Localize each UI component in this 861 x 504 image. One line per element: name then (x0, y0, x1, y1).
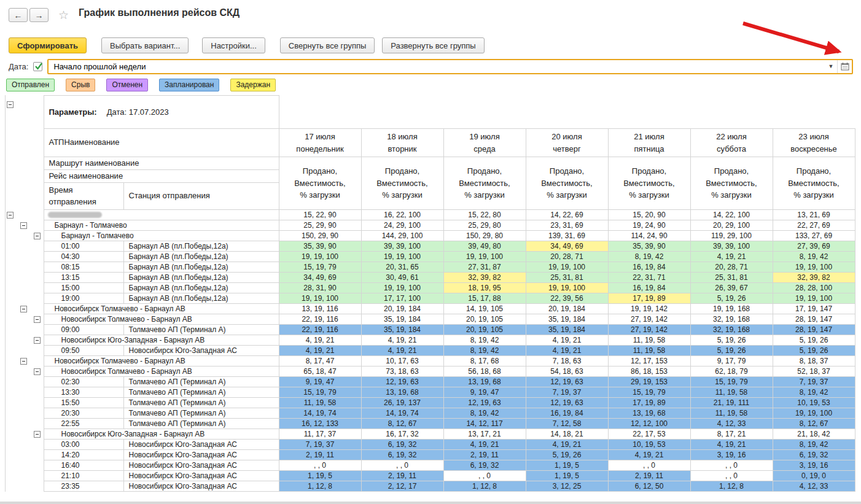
trip-row: 13:30Толмачево АП (Терминал А)15, 19, 79… (6, 387, 855, 398)
group-name-cell: Новосибирск Толмачево - Барнаул АВ (44, 356, 279, 366)
station-cell: Новосибирск Юго-Западная АС (123, 450, 279, 460)
value-cell: 21, 18, 42 (773, 429, 855, 440)
value-cell: 14, 19, 74 (279, 408, 361, 419)
value-cell: 2, 12, 17 (361, 481, 443, 492)
value-cell: 28, 28, 100 (773, 283, 855, 293)
atp-header: АТПНаименование (44, 129, 279, 157)
trip-row: 08:15Барнаул АВ (пл.Победы,12а)15, 19, 7… (6, 262, 855, 273)
forward-button[interactable]: → (29, 8, 49, 22)
value-cell: 19, 19, 142 (608, 304, 690, 314)
station-cell: Барнаул АВ (пл.Победы,12а) (123, 283, 279, 293)
value-cell: 19, 19, 100 (526, 262, 608, 273)
choose-variant-button[interactable]: Выбрать вариант... (101, 37, 189, 53)
date-dropdown-button[interactable]: ▼ (825, 60, 837, 73)
value-cell: , , 0 (279, 460, 361, 471)
value-cell: 16, 12, 133 (279, 419, 361, 429)
collapse-toggle[interactable] (34, 316, 41, 323)
value-cell: 1, 19, 5 (279, 471, 361, 481)
group-name-cell: Новосибирск Толмачево - Барнаул АВ (44, 304, 279, 314)
value-cell: 4, 19, 21 (279, 335, 361, 346)
measure-header-row: Маршрут наименование Продано, Вместимост… (6, 157, 855, 170)
value-cell: 4, 19, 21 (443, 440, 526, 450)
value-cell: 12, 12, 100 (608, 419, 690, 429)
trip-row: 15:00Барнаул АВ (пл.Победы,12а)28, 31, 9… (6, 283, 855, 293)
settings-button[interactable]: Настройки... (202, 37, 265, 53)
value-cell: 12, 19, 63 (526, 398, 608, 408)
value-cell: 19, 19, 100 (279, 252, 361, 262)
value-cell: 20, 28, 71 (690, 262, 773, 273)
group-row: Барнаул - Толмачево150, 29, 90144, 29, 1… (6, 231, 855, 241)
tree-gutter-cell (6, 481, 44, 492)
value-cell: 39, 39, 100 (690, 241, 773, 252)
value-cell: 8, 19, 42 (608, 252, 690, 262)
value-cell: 13, 19, 68 (443, 377, 526, 387)
value-cell: 4, 19, 21 (690, 252, 773, 262)
collapse-toggle[interactable] (20, 306, 27, 312)
favorite-star-icon[interactable]: ☆ (58, 8, 69, 22)
value-cell: 73, 18, 63 (361, 366, 443, 377)
collapse-toggle[interactable] (7, 101, 14, 108)
value-cell: 2, 19, 11 (443, 450, 526, 460)
date-filter-input[interactable] (49, 60, 825, 73)
date-filter-checkbox[interactable] (33, 62, 42, 71)
value-cell: 28, 31, 90 (279, 283, 361, 293)
value-cell: 25, 31, 81 (690, 273, 773, 283)
expand-all-button[interactable]: Развернуть все группы (382, 37, 484, 53)
collapse-toggle[interactable] (34, 431, 41, 438)
value-cell: 6, 19, 32 (443, 460, 526, 471)
tree-gutter-cell (6, 262, 44, 273)
value-cell: 56, 18, 68 (443, 366, 526, 377)
value-cell: 10, 19, 53 (608, 440, 690, 450)
tree-gutter-cell (6, 325, 44, 335)
route-header: Маршрут наименование (44, 157, 279, 170)
collapse-toggle[interactable] (34, 233, 41, 239)
value-cell: 4, 12, 33 (690, 419, 773, 429)
day-column-header: 18 июля вторник (361, 129, 443, 157)
value-cell: 35, 39, 90 (608, 241, 690, 252)
value-cell: 5, 19, 26 (690, 346, 773, 356)
date-filter-field[interactable]: ▼ (47, 59, 853, 74)
tree-gutter-cell (6, 231, 44, 241)
calendar-button[interactable] (837, 60, 852, 73)
value-cell: 144, 29, 100 (361, 231, 443, 241)
value-cell: 20, 19, 184 (526, 304, 608, 314)
station-cell: Толмачево АП (Терминал А) (123, 325, 279, 335)
departure-time-cell: 23:35 (44, 481, 123, 492)
group-name-cell: Барнаул - Толмачево (44, 231, 279, 241)
trip-row: 21:10Новосибирск Юго-Западная АС1, 19, 5… (6, 471, 855, 481)
tree-gutter-cell (6, 419, 44, 429)
value-cell: 20, 19, 184 (361, 304, 443, 314)
value-cell: 32, 39, 82 (443, 273, 526, 283)
toolbar: Сформировать Выбрать вариант... Настройк… (9, 37, 485, 53)
tree-gutter-cell (6, 170, 44, 183)
collapse-toggle[interactable] (34, 368, 41, 375)
legend-chip-zaderzhan: Задержан (230, 79, 276, 91)
value-cell: 25, 29, 80 (443, 220, 526, 231)
value-cell: 8, 19, 42 (773, 387, 855, 398)
station-cell: Толмачево АП (Терминал А) (123, 387, 279, 398)
tree-gutter-cell (6, 293, 44, 304)
value-cell: 34, 49, 69 (526, 241, 608, 252)
collapse-toggle[interactable] (20, 358, 27, 365)
collapse-toggle[interactable] (20, 222, 27, 229)
legend-chip-otmenen: Отменен (106, 79, 148, 91)
date-filter-label: Дата: (9, 62, 28, 71)
collapse-toggle[interactable] (34, 337, 41, 344)
generate-button[interactable]: Сформировать (9, 37, 87, 53)
chevron-down-icon: ▼ (828, 63, 834, 69)
collapse-all-button[interactable]: Свернуть все группы (280, 37, 375, 53)
collapse-toggle[interactable] (7, 212, 14, 219)
value-cell: 15, 19, 79 (690, 377, 773, 387)
value-cell: 19, 19, 168 (690, 304, 773, 314)
value-cell: 17, 19, 89 (608, 293, 690, 304)
value-cell: 9, 19, 47 (279, 377, 361, 387)
value-cell: 9, 19, 47 (443, 387, 526, 398)
trip-row: 01:00Барнаул АВ (пл.Победы,12а)35, 39, 9… (6, 241, 855, 252)
measure-header: Продано, Вместимость, % загрузки (443, 157, 526, 210)
date-filter-row: Дата: ▼ (9, 58, 853, 74)
legend-chip-zaplanirovan: Запланирован (159, 79, 219, 91)
trip-row: 16:40Новосибирск Юго-Западная АС, , 0, ,… (6, 460, 855, 471)
value-cell: 22, 31, 71 (608, 273, 690, 283)
value-cell: 15, 19, 79 (279, 387, 361, 398)
back-button[interactable]: ← (9, 8, 28, 22)
